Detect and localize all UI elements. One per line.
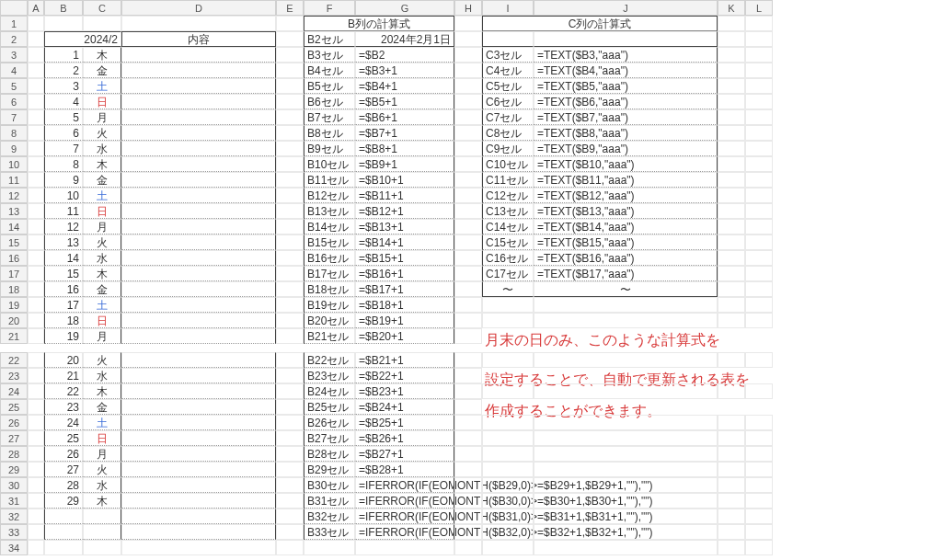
c-formula-cellref[interactable]: C15セル	[482, 234, 534, 250]
weekday[interactable]: 月	[83, 446, 121, 462]
b-formula-cellref[interactable]: B28セル	[304, 446, 355, 462]
c-formula-cellref[interactable]: C7セル	[482, 109, 534, 125]
b-formula-cellref[interactable]: B27セル	[304, 430, 355, 446]
content-cell[interactable]	[121, 94, 276, 109]
b-formula[interactable]: =$B7+1	[355, 125, 454, 141]
weekday[interactable]: 日	[83, 313, 121, 328]
b-formula[interactable]: =$B19+1	[355, 313, 454, 328]
b-formula[interactable]: =$B20+1	[355, 328, 454, 344]
c-formula-cellref[interactable]: C17セル	[482, 266, 534, 281]
b-formula-cellref[interactable]: B4セル	[304, 63, 355, 78]
b-formula-cellref[interactable]: B18セル	[304, 281, 355, 297]
row-header[interactable]: 27	[0, 430, 28, 446]
day-number[interactable]: 13	[44, 234, 83, 250]
row-header[interactable]: 5	[0, 78, 28, 94]
day-number[interactable]: 3	[44, 78, 83, 94]
column-header[interactable]: F	[304, 0, 355, 16]
c-formula-cellref[interactable]: C11セル	[482, 172, 534, 188]
c-formula-cellref[interactable]: C8セル	[482, 125, 534, 141]
weekday[interactable]: 火	[83, 352, 121, 368]
column-header[interactable]: E	[276, 0, 304, 16]
b-formula[interactable]: =IFERROR(IF(EOMONTH($B32,0)>=$B32+1,$B32…	[355, 524, 454, 540]
row-header[interactable]: 13	[0, 203, 28, 219]
column-header[interactable]: H	[454, 0, 482, 16]
b-formula-cellref[interactable]: B13セル	[304, 203, 355, 219]
weekday[interactable]: 金	[83, 281, 121, 297]
weekday[interactable]: 水	[83, 141, 121, 156]
b-formula-cellref[interactable]: B30セル	[304, 477, 355, 493]
month-header[interactable]: 2024/2	[44, 31, 121, 47]
b-formula[interactable]: =$B22+1	[355, 368, 454, 383]
b-formula-cellref[interactable]: B8セル	[304, 125, 355, 141]
column-header[interactable]: D	[121, 0, 276, 16]
day-number[interactable]: 6	[44, 125, 83, 141]
b-formula[interactable]: =$B21+1	[355, 352, 454, 368]
c-formula-cellref[interactable]: C13セル	[482, 203, 534, 219]
weekday[interactable]: 土	[83, 415, 121, 430]
b-formula[interactable]: =IFERROR(IF(EOMONTH($B29,0)>=$B29+1,$B29…	[355, 477, 454, 493]
b-formula[interactable]: =$B13+1	[355, 219, 454, 234]
content-cell[interactable]	[121, 477, 276, 493]
weekday[interactable]: 日	[83, 203, 121, 219]
b-formula-cellref[interactable]: B12セル	[304, 188, 355, 203]
day-number[interactable]: 1	[44, 47, 83, 63]
b-formula[interactable]: =$B12+1	[355, 203, 454, 219]
day-number[interactable]: 20	[44, 352, 83, 368]
row-header[interactable]: 9	[0, 141, 28, 156]
day-number[interactable]: 17	[44, 297, 83, 313]
content-cell[interactable]	[121, 462, 276, 477]
day-number[interactable]: 15	[44, 266, 83, 281]
row-header[interactable]: 8	[0, 125, 28, 141]
content-cell[interactable]	[121, 141, 276, 156]
b-formula-cellref[interactable]: B19セル	[304, 297, 355, 313]
column-header[interactable]: C	[83, 0, 121, 16]
c-formula-cellref[interactable]: C5セル	[482, 78, 534, 94]
content-cell[interactable]	[121, 415, 276, 430]
b-formula-cellref[interactable]: B31セル	[304, 493, 355, 509]
day-number[interactable]: 24	[44, 415, 83, 430]
content-cell[interactable]	[121, 313, 276, 328]
b-formula-cellref[interactable]: B15セル	[304, 234, 355, 250]
b-formula[interactable]: =$B5+1	[355, 94, 454, 109]
c-formula[interactable]: =TEXT($B13,"aaa")	[534, 203, 718, 219]
row-header[interactable]: 17	[0, 266, 28, 281]
weekday[interactable]: 土	[83, 297, 121, 313]
content-cell[interactable]	[121, 47, 276, 63]
column-header[interactable]: K	[718, 0, 745, 16]
row-header[interactable]: 31	[0, 493, 28, 509]
b-formula-cellref[interactable]: B32セル	[304, 509, 355, 524]
c-formula[interactable]: =TEXT($B15,"aaa")	[534, 234, 718, 250]
b-formula-cellref[interactable]: B6セル	[304, 94, 355, 109]
b-formula[interactable]: =$B6+1	[355, 109, 454, 125]
row-header[interactable]: 16	[0, 250, 28, 266]
day-number[interactable]: 23	[44, 399, 83, 415]
row-header[interactable]: 20	[0, 313, 28, 328]
row-header[interactable]: 2	[0, 31, 28, 47]
content-cell[interactable]	[121, 399, 276, 415]
c-formula[interactable]: =TEXT($B6,"aaa")	[534, 94, 718, 109]
b2-label[interactable]: B2セル	[304, 31, 355, 47]
day-number[interactable]: 16	[44, 281, 83, 297]
b-formula-cellref[interactable]: B29セル	[304, 462, 355, 477]
row-header[interactable]: 34	[0, 540, 28, 555]
c-formula-cellref[interactable]: C6セル	[482, 94, 534, 109]
weekday[interactable]: 木	[83, 47, 121, 63]
c-formula-cellref[interactable]: C14セル	[482, 219, 534, 234]
content-cell[interactable]	[121, 266, 276, 281]
column-header[interactable]: A	[28, 0, 44, 16]
b-formula-cellref[interactable]: B24セル	[304, 383, 355, 399]
content-cell[interactable]	[121, 493, 276, 509]
column-header[interactable]: L	[745, 0, 773, 16]
b-formula[interactable]: =$B26+1	[355, 430, 454, 446]
b-formula[interactable]: =$B4+1	[355, 78, 454, 94]
content-cell[interactable]	[121, 78, 276, 94]
row-header[interactable]: 4	[0, 63, 28, 78]
row-header[interactable]: 12	[0, 188, 28, 203]
row-header[interactable]: 18	[0, 281, 28, 297]
c-formula[interactable]: =TEXT($B17,"aaa")	[534, 266, 718, 281]
b-formula[interactable]: =$B2	[355, 47, 454, 63]
row-header[interactable]: 33	[0, 524, 28, 540]
content-cell[interactable]	[121, 281, 276, 297]
weekday[interactable]: 月	[83, 328, 121, 344]
row-header[interactable]: 19	[0, 297, 28, 313]
